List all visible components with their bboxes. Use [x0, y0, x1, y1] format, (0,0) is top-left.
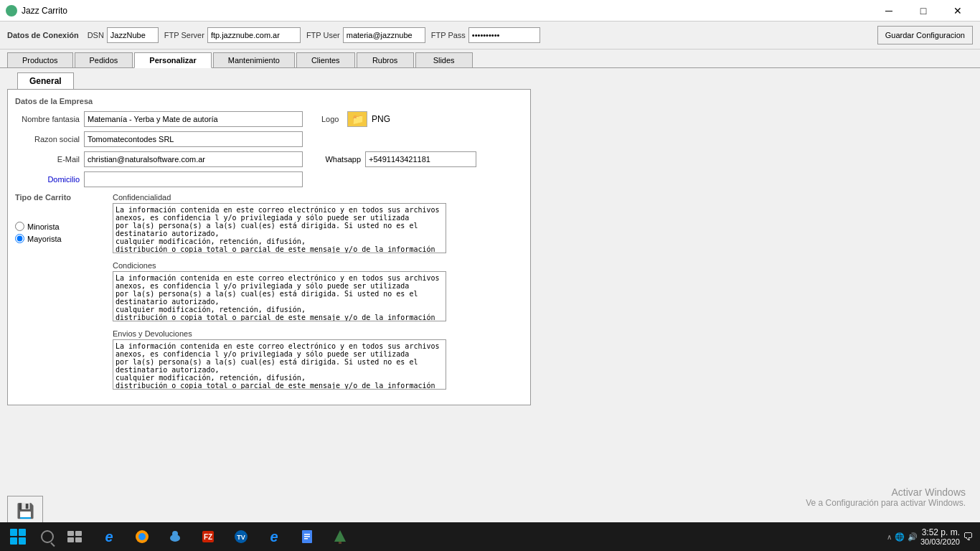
text-sections: Confidencialidad Condiciones Envios y De… — [113, 193, 523, 397]
tabs-bar: Productos Pedidos Personalizar Mantenimi… — [0, 50, 980, 68]
folder-icon[interactable]: 📁 — [347, 111, 367, 127]
taskbar-search[interactable] — [36, 526, 59, 547]
datos-empresa-title: Datos de la Empresa — [15, 97, 523, 105]
nombre-fantasia-input[interactable] — [84, 111, 303, 127]
minorista-label: Minorista — [27, 222, 60, 231]
close-button[interactable]: ✕ — [941, 0, 974, 22]
tab-personalizar[interactable]: Personalizar — [134, 52, 211, 68]
conn-section-label: Datos de Conexión — [7, 31, 79, 39]
envios-textarea[interactable] — [113, 339, 446, 390]
ftp-server-input[interactable] — [207, 27, 301, 43]
ftp-server-field: FTP Server — [164, 27, 301, 43]
logo-label: Logo — [321, 115, 343, 123]
tipo-carrito-group: Tipo de Carrito Minorista Mayorista — [15, 193, 101, 397]
taskbar-app7[interactable] — [291, 523, 323, 550]
title-bar: Jazz Carrito ─ □ ✕ — [0, 0, 980, 22]
notification-icon: 🗨 — [963, 531, 973, 542]
svg-text:TV: TV — [237, 534, 245, 541]
taskbar: e FZ TV — [0, 522, 980, 551]
task-view-icon — [67, 531, 82, 542]
tipo-carrito-section: Tipo de Carrito Minorista Mayorista — [15, 193, 523, 397]
taskbar-filezilla[interactable]: FZ — [192, 523, 224, 550]
email-input[interactable] — [84, 151, 303, 167]
whatsapp-input[interactable] — [365, 151, 476, 167]
tab-productos[interactable]: Productos — [7, 52, 73, 68]
svg-rect-13 — [339, 542, 341, 544]
content-area: General Datos de la Empresa Nombre fanta… — [0, 67, 980, 491]
domicilio-row: Domicilio — [15, 171, 523, 187]
dsn-label: DSN — [88, 31, 104, 39]
docs-icon — [299, 529, 315, 545]
taskbar-app8[interactable] — [324, 523, 356, 550]
taskbar-ie[interactable]: e — [93, 523, 125, 550]
minorista-radio[interactable] — [15, 222, 24, 231]
razon-social-row: Razon social — [15, 131, 523, 147]
tab-pedidos[interactable]: Pedidos — [75, 52, 133, 68]
razon-social-label: Razon social — [15, 135, 80, 143]
save-button[interactable]: 💾 — [7, 496, 43, 526]
svg-rect-11 — [304, 538, 308, 540]
task-view-button[interactable] — [59, 523, 90, 550]
tipo-carrito-label: Tipo de Carrito — [15, 193, 101, 202]
svg-point-1 — [138, 533, 146, 540]
taskbar-time[interactable]: 3:52 p. m. 30/03/2020 — [920, 527, 960, 546]
tab-slides[interactable]: Slides — [415, 52, 473, 68]
dsn-input[interactable] — [107, 27, 159, 43]
taskbar-app6[interactable]: e — [258, 523, 290, 550]
email-whatsapp-row: E-Mail Whatsapp — [15, 151, 523, 167]
confidencialidad-textarea[interactable] — [113, 203, 446, 253]
ftp-pass-input[interactable] — [468, 27, 540, 43]
ie2-icon: e — [270, 529, 278, 545]
ie-icon: e — [105, 529, 113, 545]
taskbar-app3[interactable] — [159, 523, 191, 550]
svg-rect-10 — [304, 536, 310, 537]
dsn-field: DSN — [88, 27, 159, 43]
main-window: Datos de Conexión DSN FTP Server FTP Use… — [0, 22, 980, 551]
network-icon: 🌐 — [895, 532, 905, 542]
tab-mantenimiento[interactable]: Mantenimiento — [213, 52, 295, 68]
mayorista-radio[interactable] — [15, 234, 24, 243]
tab-rubros[interactable]: Rubros — [357, 52, 414, 68]
nombre-fantasia-label: Nombre fantasia — [15, 115, 80, 123]
ftp-user-label: FTP User — [306, 31, 340, 39]
tab-clientes[interactable]: Clientes — [296, 52, 355, 68]
taskbar-app5[interactable]: TV — [225, 523, 257, 550]
ftp-user-input[interactable] — [343, 27, 425, 43]
radio-group: Minorista Mayorista — [15, 207, 101, 243]
general-tab-header: General — [17, 72, 74, 89]
save-icon: 💾 — [17, 502, 34, 519]
clock-date: 30/03/2020 — [920, 537, 960, 546]
ftp-server-label: FTP Server — [164, 31, 204, 39]
whatsapp-area: Whatsapp — [314, 151, 476, 167]
firefox-icon — [134, 529, 150, 545]
guardar-configuracion-button[interactable]: Guardar Configuracion — [877, 26, 973, 44]
maximize-button[interactable]: □ — [907, 0, 940, 22]
envios-title: Envios y Devoluciones — [113, 329, 523, 338]
mayorista-label: Mayorista — [27, 235, 62, 243]
logo-format: PNG — [372, 114, 390, 124]
search-icon — [41, 530, 54, 543]
teamviewer-icon: TV — [233, 529, 249, 545]
title-bar-left: Jazz Carrito — [6, 5, 67, 17]
confidencialidad-section: Confidencialidad — [113, 193, 523, 255]
taskbar-firefox[interactable] — [126, 523, 158, 550]
nombre-fantasia-row: Nombre fantasia Logo 📁 PNG — [15, 111, 523, 127]
app-icon — [6, 5, 17, 17]
general-tab-header-wrap: General — [10, 72, 973, 89]
ftp-pass-field: FTP Pass — [431, 27, 540, 43]
general-content-panel: Datos de la Empresa Nombre fantasia Logo… — [7, 89, 531, 405]
filezilla-icon: FZ — [200, 529, 216, 545]
windows-logo-icon — [10, 529, 26, 545]
whatsapp-label: Whatsapp — [314, 155, 361, 164]
razon-social-input[interactable] — [84, 131, 303, 147]
domicilio-input[interactable] — [84, 171, 303, 187]
confidencialidad-title: Confidencialidad — [113, 193, 523, 202]
svg-marker-12 — [334, 530, 346, 542]
condiciones-textarea[interactable] — [113, 271, 446, 321]
email-label: E-Mail — [15, 155, 80, 164]
domicilio-label: Domicilio — [15, 175, 80, 184]
taskbar-right: ∧ 🌐 🔊 3:52 p. m. 30/03/2020 🗨 — [887, 527, 980, 546]
minimize-button[interactable]: ─ — [872, 0, 905, 22]
start-button[interactable] — [0, 522, 36, 551]
ftp-user-field: FTP User — [306, 27, 425, 43]
